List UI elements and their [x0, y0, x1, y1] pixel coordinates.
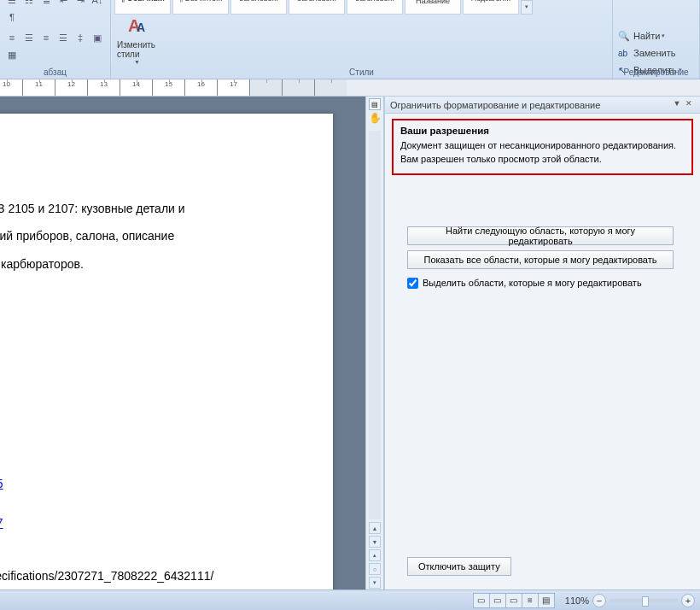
find-icon: 🔍 — [618, 30, 630, 42]
view-full-screen-icon[interactable]: ▭ — [489, 593, 506, 608]
task-pane-header: Ограничить форматирование и редактирован… — [385, 97, 700, 114]
align-right-icon[interactable]: ≡ — [39, 31, 53, 44]
bullet-list-icon[interactable]: ☰ — [5, 0, 19, 7]
ribbon-group-label-para: абзац — [0, 67, 110, 77]
highlight-regions-checkbox[interactable] — [407, 278, 418, 289]
style-normal[interactable]: AaBbCcDd¶ Обычный — [114, 0, 171, 15]
replace-icon: ab — [618, 47, 630, 59]
zoom-in-button[interactable]: + — [681, 594, 695, 607]
find-button[interactable]: 🔍 Найти▾ — [618, 27, 694, 44]
next-page-icon[interactable]: ▾ — [369, 577, 381, 589]
view-web-layout-icon[interactable]: ▭ — [505, 593, 522, 608]
restrict-editing-pane: Ограничить форматирование и редактирован… — [384, 97, 700, 589]
gallery-more-icon[interactable]: ▾ — [521, 0, 533, 15]
line-spacing-icon[interactable]: ‡ — [73, 31, 87, 44]
style-no-spacing[interactable]: AaBbCcDd¶ Без инте... — [172, 0, 229, 15]
doc-text-line: тания карбюраторов. — [0, 255, 316, 273]
document-page[interactable]: ду ВАЗ 2105 и 2107: кузовные детали и би… — [0, 114, 333, 598]
multilevel-list-icon[interactable]: ≣ — [39, 0, 53, 7]
ribbon-group-editing: 🔍 Найти▾ ab Заменить ↖ Выделить▾ Редакти… — [613, 0, 700, 79]
doc-text-line: ду ВАЗ 2105 и 2107: кузовные детали и — [0, 199, 316, 218]
zoom-control: 110% − + — [565, 594, 695, 607]
doc-link-2[interactable]: 7-2107 — [0, 516, 3, 530]
scroll-down-icon[interactable]: ▼ — [369, 536, 381, 548]
ribbon-group-label-editing: Редактирование — [613, 67, 699, 77]
task-pane-title: Ограничить форматирование и редактирован… — [390, 100, 671, 110]
change-styles-button[interactable]: AA Изменить стили ▼ — [111, 15, 160, 65]
ruler-toggle-icon[interactable]: ▤ — [369, 98, 381, 110]
ribbon-group-styles: AaBbCcDd¶ Обычный AaBbCcDd¶ Без инте... … — [111, 0, 613, 79]
svg-text:ab: ab — [618, 49, 628, 58]
scroll-strip: ▤ ✋ ▲ ▼ ▴ ○ ▾ — [365, 97, 384, 589]
svg-text:A: A — [137, 21, 145, 34]
view-outline-icon[interactable]: ≡ — [522, 593, 539, 608]
svg-text:🔍: 🔍 — [618, 30, 630, 42]
replace-button[interactable]: ab Заменить — [618, 44, 694, 62]
find-next-region-button[interactable]: Найти следующую область, которую я могу … — [407, 226, 674, 245]
permissions-box: Ваши разрешения Документ защищен от неса… — [392, 119, 693, 175]
doc-url-text: 71/specifications/2307271_7808222_643211… — [0, 566, 316, 585]
permissions-title: Ваши разрешения — [400, 126, 685, 136]
stop-protection-button[interactable]: Отключить защиту — [407, 557, 511, 576]
change-styles-icon: AA — [125, 15, 149, 38]
style-gallery: AaBbCcDd¶ Обычный AaBbCcDd¶ Без инте... … — [111, 0, 612, 15]
scroll-up-icon[interactable]: ▲ — [369, 522, 381, 534]
sort-icon[interactable]: A↓ — [90, 0, 104, 7]
view-buttons: ▭ ▭ ▭ ≡ ▤ — [474, 593, 555, 608]
view-draft-icon[interactable]: ▤ — [538, 593, 555, 608]
show-marks-icon[interactable]: ¶ — [5, 10, 19, 24]
borders-icon[interactable]: ▦ — [5, 48, 19, 62]
increase-indent-icon[interactable]: ⇥ — [73, 0, 87, 7]
ribbon-group-paragraph: ☰ ☷ ≣ ⇤ ⇥ A↓ ¶ ≡ ☰ ≡ ☰ ‡ ▣ ▦ абзац — [0, 0, 111, 79]
show-all-regions-button[interactable]: Показать все области, которые я могу ред… — [407, 250, 674, 269]
style-heading2[interactable]: AaBbCcЗаголово... — [289, 0, 345, 15]
task-pane-close-icon[interactable]: ✕ — [683, 99, 695, 111]
style-subtitle[interactable]: AaBbCc.Подзагол... — [463, 0, 519, 15]
statusbar: ▭ ▭ ▭ ≡ ▤ 110% − + — [0, 589, 700, 610]
zoom-level[interactable]: 110% — [565, 595, 589, 606]
hand-tool-icon[interactable]: ✋ — [369, 112, 382, 129]
permissions-line1: Документ защищен от несанкционированного… — [400, 139, 685, 153]
prev-page-icon[interactable]: ▴ — [369, 549, 381, 561]
decrease-indent-icon[interactable]: ⇤ — [56, 0, 70, 7]
style-heading1[interactable]: AaBbCЗаголово... — [230, 0, 287, 15]
task-pane-menu-icon[interactable]: ▼ — [671, 99, 683, 111]
scrollbar-track[interactable] — [369, 131, 381, 519]
highlight-regions-label: Выделить области, которые я могу редакти… — [423, 278, 642, 288]
zoom-slider[interactable] — [610, 599, 678, 602]
doc-link-1[interactable]: 7-2105 — [0, 477, 3, 490]
highlight-regions-checkbox-row[interactable]: Выделить области, которые я могу редакти… — [407, 278, 693, 289]
ribbon: ☰ ☷ ≣ ⇤ ⇥ A↓ ¶ ≡ ☰ ≡ ☰ ‡ ▣ ▦ абзац AaBbC… — [0, 0, 700, 79]
shading-icon[interactable]: ▣ — [90, 31, 104, 44]
justify-icon[interactable]: ☰ — [56, 31, 70, 44]
horizontal-ruler[interactable]: 9 10 11 12 13 14 15 16 17 — [0, 79, 700, 97]
doc-text-line: бинаций приборов, салона, описание — [0, 226, 316, 245]
style-heading3[interactable]: AaBbCcIЗаголово... — [347, 0, 403, 15]
align-left-icon[interactable]: ≡ — [5, 31, 19, 44]
align-center-icon[interactable]: ☰ — [22, 31, 36, 44]
view-print-layout-icon[interactable]: ▭ — [473, 593, 490, 608]
document-area: ду ВАЗ 2105 и 2107: кузовные детали и би… — [0, 97, 365, 589]
style-title[interactable]: AaBНазвание — [405, 0, 461, 15]
permissions-line2: Вам разрешен только просмотр этой област… — [400, 153, 685, 167]
browse-object-icon[interactable]: ○ — [369, 563, 381, 575]
zoom-out-button[interactable]: − — [592, 594, 606, 607]
number-list-icon[interactable]: ☷ — [22, 0, 36, 7]
ribbon-group-label-styles: Стили — [111, 67, 612, 77]
